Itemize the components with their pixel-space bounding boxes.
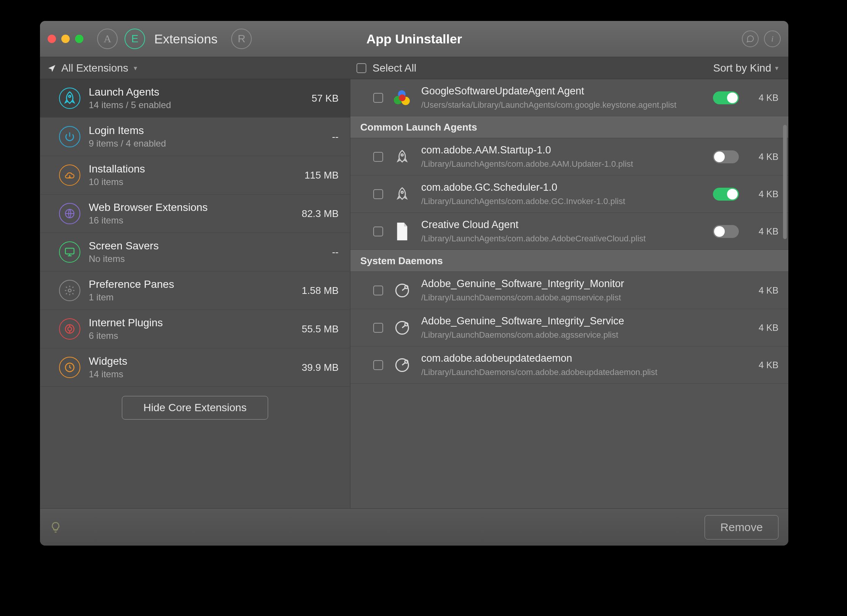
extensions-tab-label[interactable]: Extensions — [154, 32, 217, 46]
sidebar-item-title: Widgets — [89, 355, 293, 367]
svg-point-18 — [405, 360, 408, 363]
svg-point-3 — [68, 289, 71, 292]
row-path: /Library/LaunchDaemons/com.adobe.agmserv… — [421, 293, 739, 303]
apps-tab-icon[interactable]: A — [97, 29, 118, 49]
sidebar-item-sub: 1 item — [89, 292, 293, 303]
sidebar-item-installations[interactable]: Installations 10 items 115 MB — [40, 156, 350, 195]
enable-toggle[interactable] — [713, 150, 739, 163]
detail-row[interactable]: Adobe_Genuine_Software_Integrity_Service… — [350, 309, 788, 346]
enable-toggle[interactable] — [713, 91, 739, 104]
row-title: Creative Cloud Agent — [421, 219, 704, 231]
row-checkbox[interactable] — [373, 93, 383, 103]
svg-point-5 — [68, 327, 72, 331]
info-icon[interactable]: i — [764, 30, 781, 47]
svg-point-16 — [405, 322, 408, 326]
sidebar-item-size: 55.5 MB — [302, 323, 339, 335]
svg-point-14 — [405, 285, 408, 288]
enable-toggle[interactable] — [713, 188, 739, 201]
detail-row[interactable]: com.adobe.AAM.Startup-1.0 /Library/Launc… — [350, 138, 788, 176]
row-title: com.adobe.adobeupdatedaemon — [421, 353, 739, 364]
detail-row[interactable]: Creative Cloud Agent /Library/LaunchAgen… — [350, 213, 788, 250]
sidebar-item-pref-panes[interactable]: Preference Panes 1 item 1.58 MB — [40, 271, 350, 310]
sidebar-item-texts: Screen Savers No items — [89, 240, 324, 264]
cloud-down-icon — [59, 164, 80, 186]
feedback-icon[interactable] — [742, 30, 759, 47]
hide-core-extensions-button[interactable]: Hide Core Extensions — [122, 396, 268, 420]
sidebar-item-texts: Installations 10 items — [89, 163, 296, 187]
sidebar-item-sub: 10 items — [89, 177, 296, 187]
sidebar-item-size: 57 KB — [312, 93, 339, 104]
row-checkbox[interactable] — [373, 323, 383, 333]
row-size: 4 KB — [748, 226, 778, 237]
detail-row[interactable]: GoogleSoftwareUpdateAgent Agent /Users/s… — [350, 79, 788, 116]
sidebar-item-web-ext[interactable]: Web Browser Extensions 16 items 82.3 MB — [40, 195, 350, 233]
sidebar-item-size: -- — [332, 131, 339, 143]
row-checkbox[interactable] — [373, 189, 383, 199]
row-path: /Library/LaunchDaemons/com.adobe.adobeup… — [421, 367, 739, 377]
enable-toggle[interactable] — [713, 225, 739, 238]
category-filter-dropdown[interactable]: All Extensions ▾ — [40, 62, 350, 74]
row-path: /Library/LaunchAgents/com.adobe.AdobeCre… — [421, 234, 704, 244]
remaining-tab-icon[interactable]: R — [231, 29, 252, 49]
sidebar-item-texts: Internet Plugins 6 items — [89, 317, 293, 341]
detail-row[interactable]: Adobe_Genuine_Software_Integrity_Monitor… — [350, 272, 788, 309]
svg-point-11 — [401, 154, 403, 156]
sort-label: Sort by Kind — [713, 62, 771, 74]
plug-icon — [59, 318, 80, 340]
row-texts: com.adobe.GC.Scheduler-1.0 /Library/Laun… — [421, 182, 704, 206]
sidebar-item-title: Installations — [89, 163, 296, 175]
sort-dropdown[interactable]: Sort by Kind ▾ — [713, 62, 788, 74]
select-all-checkbox[interactable] — [356, 63, 366, 73]
sidebar-item-title: Launch Agents — [89, 86, 303, 98]
detail-row[interactable]: com.adobe.adobeupdatedaemon /Library/Lau… — [350, 346, 788, 384]
location-arrow-icon — [48, 64, 56, 72]
row-checkbox[interactable] — [373, 227, 383, 236]
row-path: /Library/LaunchAgents/com.adobe.AAM.Upda… — [421, 159, 704, 169]
row-title: Adobe_Genuine_Software_Integrity_Monitor — [421, 278, 739, 290]
svg-rect-2 — [66, 248, 74, 254]
sidebar-item-title: Preference Panes — [89, 278, 293, 290]
row-title: GoogleSoftwareUpdateAgent Agent — [421, 85, 704, 97]
row-checkbox[interactable] — [373, 152, 383, 162]
sidebar-item-sub: 14 items — [89, 369, 293, 380]
category-sidebar: Launch Agents 14 items / 5 enabled 57 KB… — [40, 79, 350, 508]
sidebar-item-sub: No items — [89, 254, 324, 264]
row-texts: com.adobe.adobeupdatedaemon /Library/Lau… — [421, 353, 739, 377]
monitor-icon — [59, 241, 80, 263]
row-size: 4 KB — [748, 360, 778, 370]
sidebar-item-login-items[interactable]: Login Items 9 items / 4 enabled -- — [40, 118, 350, 156]
chevron-down-icon: ▾ — [775, 64, 778, 72]
detail-section-header: System Daemons — [350, 250, 788, 272]
document-icon — [392, 222, 412, 241]
row-title: com.adobe.GC.Scheduler-1.0 — [421, 182, 704, 193]
filter-bar: All Extensions ▾ Select All Sort by Kind… — [40, 57, 788, 79]
minimize-window-button[interactable] — [61, 35, 70, 43]
detail-row[interactable]: com.adobe.GC.Scheduler-1.0 /Library/Laun… — [350, 176, 788, 213]
row-size: 4 KB — [748, 93, 778, 103]
close-window-button[interactable] — [48, 35, 56, 43]
svg-point-12 — [401, 191, 403, 193]
rocket-icon — [392, 147, 412, 167]
app-window: A E Extensions R App Uninstaller i All E… — [40, 21, 788, 546]
zoom-window-button[interactable] — [75, 35, 83, 43]
sidebar-item-title: Login Items — [89, 124, 324, 137]
scrollbar-thumb[interactable] — [783, 125, 787, 239]
sidebar-item-launch-agents[interactable]: Launch Agents 14 items / 5 enabled 57 KB — [40, 79, 350, 118]
row-checkbox[interactable] — [373, 286, 383, 295]
sidebar-item-sub: 9 items / 4 enabled — [89, 138, 324, 149]
extensions-tab-icon[interactable]: E — [125, 29, 145, 49]
remove-button[interactable]: Remove — [705, 515, 778, 539]
sidebar-item-texts: Widgets 14 items — [89, 355, 293, 380]
sidebar-item-widgets[interactable]: Widgets 14 items 39.9 MB — [40, 348, 350, 387]
filter-label: All Extensions — [61, 62, 128, 74]
sidebar-item-screen-savers[interactable]: Screen Savers No items -- — [40, 233, 350, 271]
sidebar-item-internet-plugins[interactable]: Internet Plugins 6 items 55.5 MB — [40, 310, 350, 348]
tips-bulb-icon[interactable] — [50, 522, 61, 533]
sidebar-item-title: Screen Savers — [89, 240, 324, 252]
globe-icon — [59, 203, 80, 224]
row-checkbox[interactable] — [373, 360, 383, 370]
row-title: Adobe_Genuine_Software_Integrity_Service — [421, 315, 739, 327]
sidebar-item-title: Internet Plugins — [89, 317, 293, 329]
rocket-icon — [392, 184, 412, 204]
detail-section-header: Common Launch Agents — [350, 116, 788, 138]
